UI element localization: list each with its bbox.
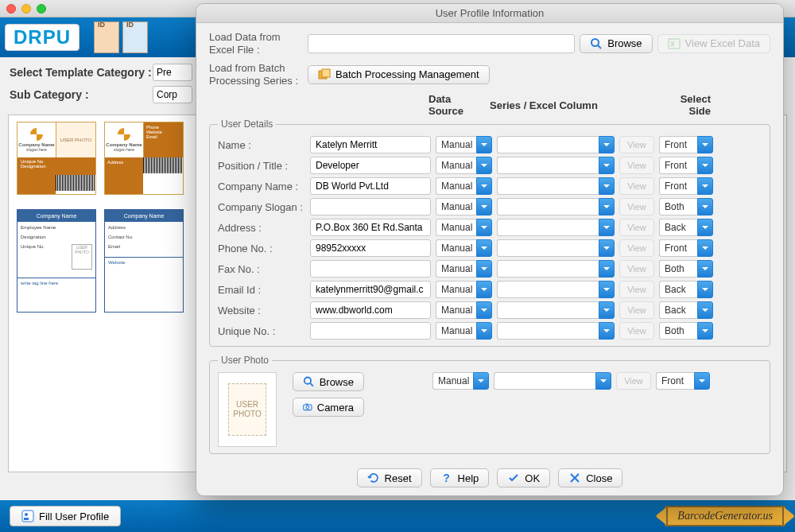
- chevron-down-icon: [473, 372, 489, 390]
- series-select[interactable]: [497, 260, 615, 278]
- camera-icon: [303, 401, 312, 414]
- data-source-select[interactable]: Manual: [436, 239, 492, 257]
- chevron-down-icon: [697, 239, 713, 257]
- field-label: Name :: [218, 139, 305, 151]
- field-input[interactable]: [310, 301, 431, 319]
- field-input[interactable]: [310, 281, 431, 298]
- field-label: Company Slogan :: [218, 201, 305, 213]
- close-icon: [568, 472, 581, 484]
- bottom-bar: Fill User Profile BarcodeGenerator.us: [0, 500, 795, 532]
- data-source-select[interactable]: Manual: [436, 281, 492, 298]
- series-select[interactable]: [497, 322, 615, 340]
- photo-frame: USER PHOTO: [218, 372, 277, 447]
- close-button[interactable]: Close: [558, 468, 622, 487]
- svg-rect-7: [322, 69, 330, 77]
- chevron-down-icon: [697, 281, 713, 298]
- chevron-down-icon: [697, 198, 713, 216]
- chevron-down-icon: [599, 136, 615, 153]
- user-detail-row: Position / Title :ManualViewFront: [218, 157, 762, 174]
- field-input[interactable]: [310, 260, 431, 278]
- footer-brand: BarcodeGenerator.us: [665, 506, 785, 526]
- search-icon: [303, 375, 315, 388]
- side-select[interactable]: Front: [659, 157, 713, 174]
- svg-rect-2: [24, 518, 29, 520]
- field-label: Fax No. :: [218, 263, 305, 275]
- series-select[interactable]: [497, 301, 615, 319]
- template-card-alt-back[interactable]: Company Name Address Contact No. Email W…: [104, 209, 184, 313]
- side-select[interactable]: Back: [659, 219, 713, 236]
- side-select[interactable]: Front: [659, 177, 713, 195]
- browse-excel-button[interactable]: Browse: [580, 34, 652, 53]
- series-select[interactable]: [497, 239, 615, 257]
- field-input[interactable]: [310, 157, 431, 174]
- series-select[interactable]: [497, 281, 615, 298]
- data-source-select[interactable]: Manual: [436, 177, 492, 195]
- data-source-select[interactable]: Manual: [436, 260, 492, 278]
- field-input[interactable]: [310, 322, 431, 340]
- select-template-dropdown[interactable]: [153, 64, 192, 81]
- data-source-select[interactable]: Manual: [436, 219, 492, 236]
- view-button: View: [619, 281, 654, 298]
- field-input[interactable]: [310, 136, 431, 153]
- side-select[interactable]: Both: [659, 322, 713, 340]
- template-card-front[interactable]: Company Nameslogan here USER PHOTO Uniqu…: [17, 122, 96, 195]
- side-select[interactable]: Front: [659, 136, 713, 153]
- batch-processing-button[interactable]: Batch Processing Management: [308, 65, 490, 84]
- template-card-alt-front[interactable]: Company Name Employee Name Designation U…: [17, 209, 96, 313]
- field-input[interactable]: [310, 198, 431, 216]
- chevron-down-icon: [599, 219, 615, 236]
- brand-extras: [94, 21, 148, 53]
- field-input[interactable]: [310, 219, 431, 236]
- side-select[interactable]: Back: [659, 301, 713, 319]
- chevron-down-icon: [697, 157, 713, 174]
- fill-user-profile-button[interactable]: Fill User Profile: [10, 506, 121, 526]
- user-detail-row: Unique No. :ManualViewBoth: [218, 322, 762, 340]
- check-icon: [507, 472, 520, 484]
- series-select[interactable]: [497, 219, 615, 236]
- photo-series-select[interactable]: [494, 372, 611, 390]
- excel-path-input[interactable]: [308, 34, 575, 53]
- modal-title: User Profile Information: [196, 4, 783, 23]
- field-label: Address :: [218, 222, 305, 234]
- series-select[interactable]: [497, 136, 615, 153]
- chevron-down-icon: [697, 219, 713, 236]
- data-source-select[interactable]: Manual: [436, 198, 492, 216]
- user-detail-row: Fax No. :ManualViewBoth: [218, 260, 762, 278]
- series-select[interactable]: [497, 198, 615, 216]
- template-card-back[interactable]: Company Nameslogan here PhoneWebsiteEmai…: [104, 122, 184, 195]
- photo-data-source-select[interactable]: Manual: [432, 372, 489, 390]
- user-details-fieldset: User Details Name :ManualViewFrontPositi…: [209, 118, 770, 347]
- browse-photo-button[interactable]: Browse: [293, 372, 364, 391]
- chevron-down-icon: [595, 372, 611, 390]
- side-select[interactable]: Front: [659, 239, 713, 257]
- series-select[interactable]: [497, 157, 615, 174]
- side-select[interactable]: Both: [659, 260, 713, 278]
- data-source-select[interactable]: Manual: [436, 301, 492, 319]
- data-source-select[interactable]: Manual: [436, 157, 492, 174]
- field-label: Position / Title :: [218, 160, 305, 172]
- reset-button[interactable]: Reset: [357, 468, 422, 487]
- excel-icon: [668, 37, 681, 50]
- chevron-down-icon: [476, 219, 492, 236]
- view-button: View: [619, 198, 654, 216]
- photo-side-select[interactable]: Front: [656, 372, 710, 390]
- data-source-select[interactable]: Manual: [436, 322, 492, 340]
- fill-user-profile-label: Fill User Profile: [39, 511, 109, 522]
- field-input[interactable]: [310, 177, 431, 195]
- view-button: View: [619, 322, 654, 340]
- sub-category-dropdown[interactable]: [153, 86, 192, 103]
- chevron-down-icon: [476, 177, 492, 195]
- camera-button[interactable]: Camera: [293, 398, 364, 417]
- ok-button[interactable]: OK: [497, 468, 550, 487]
- user-detail-row: Name :ManualViewFront: [218, 136, 762, 153]
- sub-category-label: Sub Category :: [10, 88, 153, 101]
- help-button[interactable]: ? Help: [430, 468, 490, 487]
- side-select[interactable]: Back: [659, 281, 713, 298]
- side-select[interactable]: Both: [659, 198, 713, 216]
- data-source-select[interactable]: Manual: [436, 136, 492, 153]
- field-label: Website :: [218, 305, 305, 316]
- user-photo-legend: User Photo: [218, 355, 272, 366]
- chevron-down-icon: [476, 198, 492, 216]
- field-input[interactable]: [310, 239, 431, 257]
- series-select[interactable]: [497, 177, 615, 195]
